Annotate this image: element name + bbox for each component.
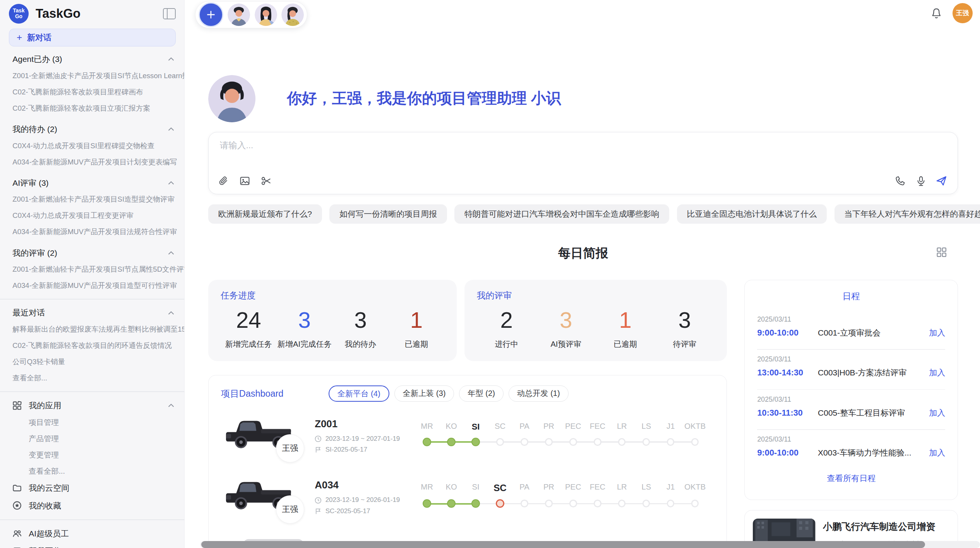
- avatar[interactable]: [255, 3, 277, 26]
- stat-value: 1: [389, 307, 445, 333]
- sidebar-section-header[interactable]: Agent已办 (3): [0, 51, 184, 68]
- project-list: 王强 Z001 2023-12-19 ~ 2027-01-19 SI-2025-…: [209, 405, 726, 528]
- stat: 3 AI预评审: [536, 307, 595, 349]
- avatar[interactable]: [281, 3, 304, 26]
- app-title: TaskGo: [36, 7, 163, 21]
- sidebar-item[interactable]: C0X4-动力总成开发项目SI里程碑提交物检查: [0, 138, 184, 154]
- milestone-label: SI: [464, 483, 488, 493]
- composer[interactable]: [208, 132, 958, 194]
- sidebar-section-header[interactable]: 我的待办 (2): [0, 121, 184, 138]
- project-dashboard-card: 项目Dashboard 全新平台 (4)全新上装 (3)年型 (2)动总开发 (…: [208, 375, 727, 548]
- image-icon[interactable]: [238, 175, 251, 187]
- sidebar-item[interactable]: 查看全部...: [0, 370, 184, 386]
- milestone-label: KO: [439, 422, 464, 432]
- join-link[interactable]: 加入: [929, 408, 945, 418]
- milestone-track: MRKOSISCPAPRPECFECLRLSJ1OKTB: [415, 422, 709, 450]
- join-link[interactable]: 加入: [929, 447, 945, 458]
- attachment-icon[interactable]: [217, 175, 230, 187]
- sidebar-item[interactable]: C02-飞腾新能源轻客改款项目立项汇报方案: [0, 100, 184, 116]
- milestone-dot: [447, 438, 456, 447]
- milestone-dot: [471, 438, 480, 447]
- schedule-date: 2025/03/11: [757, 396, 945, 404]
- sidebar-item[interactable]: C02-飞腾新能源轻客改款项目里程碑画布: [0, 84, 184, 100]
- send-icon[interactable]: [935, 175, 947, 187]
- suggestion-chip[interactable]: 欧洲新规最近颁布了什么?: [208, 204, 322, 224]
- stat: 24 新增完成任务: [221, 307, 277, 349]
- milestone-label: LR: [610, 422, 634, 432]
- sidebar-item[interactable]: A034-全新新能源MUV产品开发项目法规符合性评审: [0, 224, 184, 240]
- sidebar-section-header[interactable]: 我的评审 (2): [0, 245, 184, 262]
- layout-grid-icon[interactable]: [936, 247, 947, 260]
- sidebar-item[interactable]: C0X4-动力总成开发项目工程变更评审: [0, 207, 184, 224]
- join-link[interactable]: 加入: [929, 327, 945, 338]
- sidebar-tool-item[interactable]: AI超级员工: [0, 525, 184, 543]
- notification-bell-icon[interactable]: [930, 7, 942, 19]
- milestone-dot: [691, 438, 699, 445]
- suggestion-chip[interactable]: 如何写一份清晰的项目周报: [329, 204, 447, 224]
- project-name: Z001: [315, 418, 415, 430]
- add-agent-button[interactable]: [199, 2, 223, 27]
- dashboard-tab[interactable]: 年型 (2): [459, 385, 504, 402]
- suggestion-chips: 欧洲新规最近颁布了什么?如何写一份清晰的项目周报特朗普可能对进口汽车增税会对中国…: [208, 204, 980, 224]
- project-owner-badge: 王强: [276, 434, 304, 462]
- sidebar-sub-item[interactable]: 变更管理: [0, 447, 184, 463]
- dashboard-tab[interactable]: 动总开发 (1): [509, 385, 569, 402]
- milestone-label: PR: [536, 422, 561, 432]
- milestone-label: SI: [464, 422, 488, 432]
- sidebar-section-header[interactable]: 最近对话: [0, 305, 184, 322]
- sidebar-item[interactable]: 解释最新出台的欧盟报废车法规再生塑料比例被调至15%...: [0, 321, 184, 337]
- sidebar-item[interactable]: Z001-全新燃油轻卡产品开发项目SI节点属性5D文件评审: [0, 261, 184, 277]
- sidebar-sub-item[interactable]: 项目管理: [0, 414, 184, 431]
- sidebar-item[interactable]: Z001-全新燃油轻卡产品开发项目SI造型提交物评审: [0, 191, 184, 207]
- suggestion-chip[interactable]: 特朗普可能对进口汽车增税会对中国车企造成哪些影响: [454, 204, 669, 224]
- suggestion-chip[interactable]: 当下年轻人对汽车外观有怎样的喜好趋势: [834, 204, 980, 224]
- sidebar-item[interactable]: A034-全新新能源MUV产品开发项目造型可行性评审: [0, 277, 184, 294]
- chat-input[interactable]: [219, 140, 784, 151]
- dashboard-tab[interactable]: 全新上装 (3): [394, 385, 454, 402]
- sidebar-item-cloud[interactable]: 我的云空间: [0, 480, 184, 497]
- schedule-item: 2025/03/11 9:00-10:00 C001-立项审批会 加入: [745, 310, 958, 344]
- dashboard-tab[interactable]: 全新平台 (4): [329, 385, 389, 402]
- scrollbar-thumb[interactable]: [201, 541, 925, 548]
- sidebar-item[interactable]: Z001-全新燃油皮卡产品开发项目SI节点Lesson Learn报告: [0, 68, 184, 84]
- mic-icon[interactable]: [915, 175, 927, 187]
- sidebar-sub-item[interactable]: 查看全部...: [0, 463, 184, 480]
- new-chat-button[interactable]: + 新对话: [9, 29, 176, 46]
- milestone-dot: [642, 438, 650, 445]
- sidebar-tools: AI超级员工 帮我写作 创意制图: [0, 525, 184, 548]
- plus-icon: [206, 10, 216, 20]
- schedule-item: 2025/03/11 9:00-10:00 X003-车辆动力学性能验... 加…: [745, 430, 958, 464]
- suggestion-chip[interactable]: 比亚迪全固态电池计划具体说了什么: [677, 204, 827, 224]
- milestone-label: FEC: [585, 483, 610, 493]
- milestone-label: LS: [634, 483, 658, 493]
- milestone-label: PA: [512, 483, 536, 493]
- join-link[interactable]: 加入: [929, 367, 945, 378]
- milestone-label: KO: [439, 483, 464, 493]
- sidebar-item[interactable]: 公司Q3轻卡销量: [0, 354, 184, 370]
- sidebar-item-favorites[interactable]: 我的收藏: [0, 497, 184, 514]
- milestone-dot: [423, 499, 432, 508]
- write-icon: [12, 546, 22, 548]
- view-all-schedule-link[interactable]: 查看所有日程: [745, 473, 958, 484]
- milestone-label: FEC: [585, 422, 610, 432]
- sidebar-collapse-icon[interactable]: [163, 8, 176, 20]
- divider: [0, 519, 184, 520]
- sidebar-item[interactable]: A034-全新新能源MUV产品开发项目计划变更表编写: [0, 154, 184, 170]
- sidebar-item-my-apps[interactable]: 我的应用: [0, 397, 184, 414]
- scissors-icon[interactable]: [260, 175, 272, 187]
- sidebar-item[interactable]: C02-飞腾新能源轻客改款项目的闭环通告反馈情况: [0, 337, 184, 354]
- milestone-dot: [545, 500, 552, 507]
- project-date-range: 2023-12-19 ~ 2027-01-19: [326, 435, 400, 443]
- user-avatar[interactable]: 王强: [953, 3, 973, 23]
- sidebar-section-header[interactable]: AI评审 (3): [0, 175, 184, 192]
- schedule-event-title: C003|H0B-方案冻结评审: [818, 367, 929, 378]
- phone-icon[interactable]: [894, 175, 906, 187]
- stat-label: AI预评审: [536, 339, 595, 349]
- sidebar-tool-item[interactable]: 帮我写作: [0, 543, 184, 548]
- schedule-event-title: C001-立项审批会: [818, 327, 929, 338]
- stat-value: 1: [596, 307, 655, 333]
- chevron-up-icon: [168, 404, 174, 408]
- avatar[interactable]: [228, 3, 250, 26]
- chevron-up-icon: [168, 127, 174, 131]
- sidebar-sub-item[interactable]: 产品管理: [0, 431, 184, 447]
